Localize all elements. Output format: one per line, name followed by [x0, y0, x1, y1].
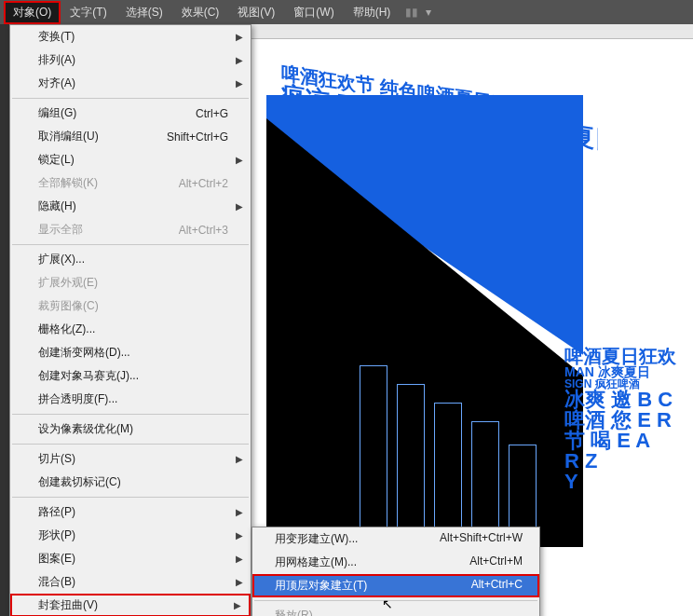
chevron-down-icon[interactable]: ▾: [426, 6, 431, 19]
submenu-arrow-icon: ▶: [236, 554, 243, 564]
submenu-arrow-icon: ▶: [236, 55, 243, 65]
submenu-item: 释放(R): [252, 604, 539, 616]
menu-item[interactable]: 设为像素级优化(M): [10, 418, 251, 441]
menu-effect[interactable]: 效果(C): [172, 1, 229, 24]
submenu-arrow-icon: ▶: [236, 507, 243, 517]
menu-item-label: 混合(B): [38, 574, 75, 590]
menu-item-label: 用网格建立(M)...: [275, 554, 357, 570]
menu-item[interactable]: 取消编组(U)Shift+Ctrl+G: [10, 125, 251, 148]
menu-item[interactable]: 锁定(L)▶: [10, 148, 251, 171]
menu-item-label: 释放(R): [275, 608, 313, 616]
menu-item[interactable]: 排列(A)▶: [10, 48, 251, 72]
menu-shortcut: Alt+Ctrl+3: [179, 224, 228, 237]
menu-item-label: 变换(T): [38, 29, 75, 45]
menu-item[interactable]: 编组(G)Ctrl+G: [10, 102, 251, 125]
menu-item[interactable]: 创建裁切标记(C): [10, 471, 251, 494]
submenu-arrow-icon: ▶: [236, 577, 243, 587]
submenu-arrow-icon: ▶: [236, 155, 243, 165]
menu-help[interactable]: 帮助(H): [344, 1, 401, 24]
menu-item-label: 用顶层对象建立(T): [275, 578, 367, 594]
menu-item-label: 扩展(X)...: [38, 252, 85, 267]
menu-item[interactable]: 隐藏(H)▶: [10, 195, 251, 218]
menu-window[interactable]: 窗口(W): [284, 1, 343, 24]
submenu-arrow-icon: ▶: [236, 201, 243, 212]
submenu-item[interactable]: 用顶层对象建立(T)Alt+Ctrl+C: [252, 574, 539, 597]
menu-item-label: 隐藏(H): [38, 198, 76, 214]
submenu-arrow-icon: ▶: [236, 454, 243, 464]
submenu-arrow-icon: ▶: [236, 32, 243, 42]
submenu-arrow-icon: ▶: [236, 530, 243, 541]
menu-item[interactable]: 扩展(X)...: [10, 248, 251, 271]
menu-item: 全部解锁(K)Alt+Ctrl+2: [10, 171, 251, 195]
menu-text[interactable]: 文字(T): [61, 1, 116, 24]
menu-item-label: 图案(E): [38, 551, 75, 567]
menu-item-label: 切片(S): [38, 451, 75, 467]
menu-item[interactable]: 对齐(A)▶: [10, 72, 251, 95]
menu-item-label: 用变形建立(W)...: [275, 531, 358, 547]
submenu-arrow-icon: ▶: [234, 600, 241, 610]
menu-item-label: 对齐(A): [38, 75, 75, 91]
menu-shortcut: Alt+Shift+Ctrl+W: [440, 531, 523, 547]
menu-item[interactable]: 形状(P)▶: [10, 524, 251, 547]
menu-item[interactable]: 切片(S)▶: [10, 447, 251, 471]
menu-item[interactable]: 封套扭曲(V)▶: [10, 594, 251, 616]
menu-item: 显示全部Alt+Ctrl+3: [10, 218, 251, 241]
menu-item-label: 栅格化(Z)...: [38, 322, 95, 337]
menu-separator: [12, 497, 249, 498]
menu-item[interactable]: 混合(B)▶: [10, 570, 251, 594]
menu-item-label: 排列(A): [38, 52, 75, 68]
mouse-cursor-icon: ↖: [382, 596, 393, 611]
menu-item[interactable]: 图案(E)▶: [10, 547, 251, 570]
menu-item-label: 显示全部: [38, 222, 83, 238]
envelope-distort-submenu: 用变形建立(W)...Alt+Shift+Ctrl+W用网格建立(M)...Al…: [251, 527, 540, 616]
menu-select[interactable]: 选择(S): [116, 1, 172, 24]
submenu-item[interactable]: 用网格建立(M)...Alt+Ctrl+M: [252, 551, 539, 574]
menubar: 对象(O) 文字(T) 选择(S) 效果(C) 视图(V) 窗口(W) 帮助(H…: [0, 0, 693, 24]
menu-item[interactable]: 拼合透明度(F)...: [10, 388, 251, 411]
menu-separator: [12, 444, 249, 445]
menu-item-label: 全部解锁(K): [38, 175, 98, 191]
ruler-horizontal: [251, 24, 693, 39]
menu-item: 裁剪图像(C): [10, 294, 251, 318]
menu-item-label: 裁剪图像(C): [38, 298, 99, 314]
menu-separator: [12, 98, 249, 99]
menu-item-label: 锁定(L): [38, 152, 75, 168]
menu-item[interactable]: 栅格化(Z)...: [10, 318, 251, 341]
menu-item-label: 拼合透明度(F)...: [38, 391, 117, 407]
menu-shortcut: Shift+Ctrl+G: [167, 130, 228, 144]
menu-item-label: 取消编组(U): [38, 129, 99, 144]
menu-item-label: 创建裁切标记(C): [38, 474, 121, 490]
menu-shortcut: Alt+Ctrl+C: [471, 578, 523, 594]
menu-item-label: 设为像素级优化(M): [38, 421, 133, 437]
menu-view[interactable]: 视图(V): [228, 1, 284, 24]
menu-separator: [12, 244, 249, 245]
menu-item-label: 编组(G): [38, 105, 76, 121]
menu-shortcut: Alt+Ctrl+2: [179, 177, 228, 190]
menu-item[interactable]: 路径(P)▶: [10, 500, 251, 524]
menu-item: 扩展外观(E): [10, 271, 251, 294]
menu-separator: [12, 414, 249, 415]
menu-item-label: 路径(P): [38, 504, 75, 520]
menu-shortcut: Alt+Ctrl+M: [469, 554, 523, 570]
menu-item[interactable]: 创建对象马赛克(J)...: [10, 364, 251, 388]
menu-shortcut: Ctrl+G: [196, 107, 228, 120]
menu-item[interactable]: 创建渐变网格(D)...: [10, 341, 251, 364]
menu-object[interactable]: 对象(O): [4, 1, 61, 24]
menu-separator: [254, 600, 537, 601]
separator: ▮▮: [405, 6, 418, 19]
submenu-item[interactable]: 用变形建立(W)...Alt+Shift+Ctrl+W: [252, 527, 539, 551]
submenu-arrow-icon: ▶: [236, 78, 243, 89]
menu-item-label: 创建对象马赛克(J)...: [38, 368, 139, 384]
menu-item-label: 封套扭曲(V): [38, 597, 98, 613]
object-menu-dropdown: 变换(T)▶排列(A)▶对齐(A)▶编组(G)Ctrl+G取消编组(U)Shif…: [9, 24, 251, 616]
menu-item-label: 形状(P): [38, 527, 75, 543]
menu-item[interactable]: 变换(T)▶: [10, 25, 251, 48]
menu-item-label: 扩展外观(E): [38, 275, 98, 291]
menu-item-label: 创建渐变网格(D)...: [38, 345, 130, 361]
